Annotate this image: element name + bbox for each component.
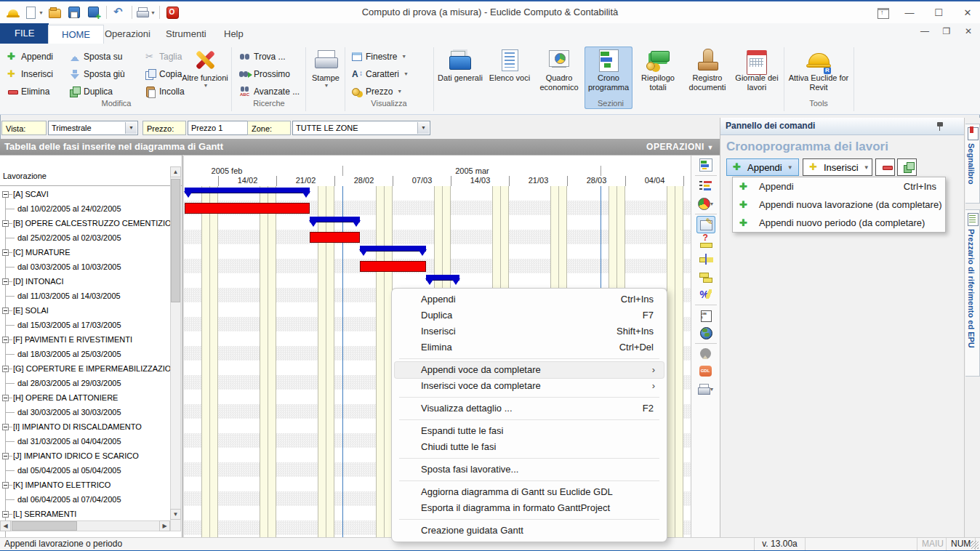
tree-phase-row[interactable]: [C] MURATURE	[0, 246, 182, 260]
collapse-box-icon[interactable]	[2, 366, 9, 372]
filter-select-zone[interactable]: TUTTE LE ZONE▼	[292, 121, 430, 135]
ribbon-bigbutton-dati-generali[interactable]: Dati generali	[436, 47, 484, 109]
open-folder-button[interactable]	[46, 4, 63, 21]
tree-phase-row[interactable]: [E] SOLAI	[0, 304, 182, 318]
delete-button[interactable]	[875, 158, 895, 176]
move-phases-button[interactable]	[697, 269, 715, 285]
collapse-box-icon[interactable]	[2, 482, 9, 488]
tree-period-row[interactable]: dal 10/02/2005 al 24/02/2005	[0, 202, 182, 217]
menu-item-visualizza-dettaglio-[interactable]: Visualizza dettaglio ...F2	[395, 401, 664, 417]
menu-item-appendi-voce-da-completare[interactable]: Appendi voce da completare›	[395, 362, 664, 378]
menu-item-inserisci[interactable]: InserisciShift+Ins	[395, 323, 664, 339]
legend-button[interactable]	[697, 178, 715, 194]
tree-phase-row[interactable]: [B] OPERE CALCESTRUZZO CEMENTIZIO	[0, 217, 182, 231]
new-document-button[interactable]: ▼	[24, 4, 44, 21]
ribbon-button-sposta-su[interactable]: Sposta su	[67, 48, 124, 65]
side-tab-segnalibro[interactable]: Segnalibro	[965, 124, 980, 204]
tree-period-row[interactable]: dal 31/03/2005 al 04/04/2005	[0, 435, 182, 449]
gantt-bar-period-C[interactable]	[360, 261, 426, 272]
filter-select-vista[interactable]: Trimestrale▼	[48, 121, 138, 135]
tree-vscroll-thumb[interactable]	[171, 179, 180, 302]
tree-period-row[interactable]: dal 06/04/2005 al 07/04/2005	[0, 493, 182, 507]
gantt-bar-period-B[interactable]	[310, 232, 360, 243]
gdl-button[interactable]	[697, 363, 715, 379]
collapse-box-icon[interactable]	[2, 249, 9, 256]
calendar-start-button[interactable]	[697, 307, 715, 323]
menu-item-duplica[interactable]: DuplicaF7	[395, 307, 664, 323]
tree-phase-row[interactable]: [D] INTONACI	[0, 275, 182, 289]
tab-strumenti[interactable]: Strumenti	[153, 25, 220, 44]
dropdown-item-appendi-nuovo-periodo-da-completare-[interactable]: Appendi nuovo periodo (da completare)	[733, 214, 945, 232]
scroll-left-icon[interactable]: ◀	[0, 520, 11, 531]
child-restore-icon[interactable]: ❐	[939, 26, 954, 36]
child-minimize-icon[interactable]: —	[917, 26, 932, 36]
ribbon-button-elimina[interactable]: Elimina	[4, 83, 52, 100]
menu-item-appendi[interactable]: AppendiCtrl+Ins	[395, 291, 664, 307]
menu-item-espandi-tutte-le-fasi[interactable]: Espandi tutte le fasi	[395, 423, 664, 439]
tree-period-row[interactable]: dal 05/04/2005 al 05/04/2005	[0, 464, 182, 478]
save-as-button[interactable]	[85, 4, 103, 21]
panel-button-inserisci[interactable]: Inserisci▼	[803, 158, 872, 176]
maximize-button[interactable]: ☐	[929, 7, 948, 18]
gantt-bar-phase-A[interactable]	[185, 188, 310, 193]
minimize-button[interactable]: —	[900, 7, 919, 18]
tree-hscroll-thumb[interactable]	[12, 521, 77, 531]
tree-phase-row[interactable]: [F] PAVIMENTI E RIVESTIMENTI	[0, 333, 182, 347]
ribbon-button-duplica[interactable]: Duplica	[67, 83, 115, 100]
scroll-down-icon[interactable]: ▼	[170, 509, 181, 520]
ribbon-button-finestre[interactable]: Finestre▼	[349, 48, 409, 65]
gantt-bar-phase-D[interactable]	[426, 275, 459, 281]
ribbon-button-caratteri[interactable]: Caratteri▼	[349, 65, 411, 82]
tab-file[interactable]: FILE	[0, 23, 49, 44]
tree-period-row[interactable]: dal 30/03/2005 al 30/03/2005	[0, 406, 182, 420]
tree-period-row[interactable]: dal 28/03/2005 al 29/03/2005	[0, 377, 182, 391]
tree-period-row[interactable]: dal 25/02/2005 al 02/03/2005	[0, 231, 182, 246]
duplicate-button[interactable]	[897, 158, 917, 176]
globe-button[interactable]	[697, 325, 715, 341]
tree-period-row[interactable]: dal 11/03/2005 al 14/03/2005	[0, 289, 182, 304]
ribbon-button-trova-[interactable]: Trova ...	[237, 48, 288, 65]
tree-phase-row[interactable]: [L] SERRAMENTI	[0, 507, 182, 522]
collapse-box-icon[interactable]	[2, 395, 9, 401]
menu-item-esporta-il-diagramma-in-formato-ganttproject[interactable]: Esporta il diagramma in formato GanttPro…	[395, 500, 664, 516]
app-logo-hardhat-button[interactable]	[4, 4, 22, 21]
tree-phase-row[interactable]: [G] COPERTURE E IMPERMEABILIZZAZIONI	[0, 362, 182, 377]
tree-phase-row[interactable]: [K] IMPIANTO ELETTRICO	[0, 478, 182, 493]
ribbon-button-incolla[interactable]: Incolla	[142, 83, 187, 100]
child-close-icon[interactable]: ✕	[961, 26, 976, 36]
print-button[interactable]: ▼	[136, 4, 156, 21]
dropdown-item-appendi[interactable]: AppendiCtrl+Ins	[733, 177, 945, 196]
collapse-box-icon[interactable]	[2, 220, 9, 227]
pin-icon[interactable]	[936, 121, 944, 131]
close-button[interactable]: ✕	[958, 7, 977, 18]
photo-button[interactable]	[697, 346, 715, 362]
collapse-box-icon[interactable]	[2, 424, 9, 430]
ribbon-button-sposta-gi-[interactable]: Sposta giù	[67, 65, 127, 82]
operazioni-menu-button[interactable]: OPERAZIONI ▼	[646, 139, 714, 156]
collapse-box-icon[interactable]	[2, 453, 9, 459]
tree-phase-row[interactable]: [I] IMPIANTO DI RISCALDAMENTO	[0, 420, 182, 435]
ribbon-bigbutton-stampe[interactable]: Stampe▼	[308, 47, 343, 109]
ribbon-button-appendi[interactable]: Appendi	[4, 48, 55, 65]
split-phase-button[interactable]	[697, 252, 715, 268]
ribbon-button-prossimo[interactable]: Prossimo	[237, 65, 292, 82]
collapse-box-icon[interactable]	[2, 191, 9, 198]
menu-item-creazione-guidata-gantt[interactable]: Creazione guidata Gantt	[395, 523, 664, 539]
pie-chart-button[interactable]: ▼	[697, 196, 715, 212]
collapse-box-icon[interactable]	[2, 337, 9, 343]
scroll-right-icon[interactable]: ▶	[159, 520, 170, 531]
ribbon-bigbutton-giornale-dei-lavori[interactable]: Giornale dei lavori	[733, 47, 781, 109]
menu-item-chiudi-tutte-le-fasi[interactable]: Chiudi tutte le fasi	[395, 439, 664, 455]
menu-item-inserisci-voce-da-completare[interactable]: Inserisci voce da completare›	[395, 378, 664, 394]
menu-item-aggiorna-diagramma-di-gantt-su-euclide-gdl[interactable]: Aggiorna diagramma di Gantt su Euclide G…	[395, 484, 664, 500]
question-phase-button[interactable]	[697, 234, 715, 250]
gantt-bar-phase-C[interactable]	[360, 246, 426, 252]
ribbon-button-avanzate-[interactable]: Avanzate ...	[237, 83, 302, 100]
collapse-ribbon-icon[interactable]	[877, 6, 890, 19]
side-tab-prezzario-di-riferimento-ed-epu[interactable]: Prezzario di riferimento ed EPU	[965, 209, 980, 377]
ribbon-bigbutton-altre-funzioni[interactable]: Altre funzioni▼	[182, 47, 228, 109]
tree-period-row[interactable]: dal 18/03/2005 al 25/03/2005	[0, 347, 182, 362]
ribbon-button-copia[interactable]: Copia	[142, 65, 184, 82]
collapse-box-icon[interactable]	[2, 511, 9, 518]
tree-period-row[interactable]: dal 15/03/2005 al 17/03/2005	[0, 318, 182, 333]
